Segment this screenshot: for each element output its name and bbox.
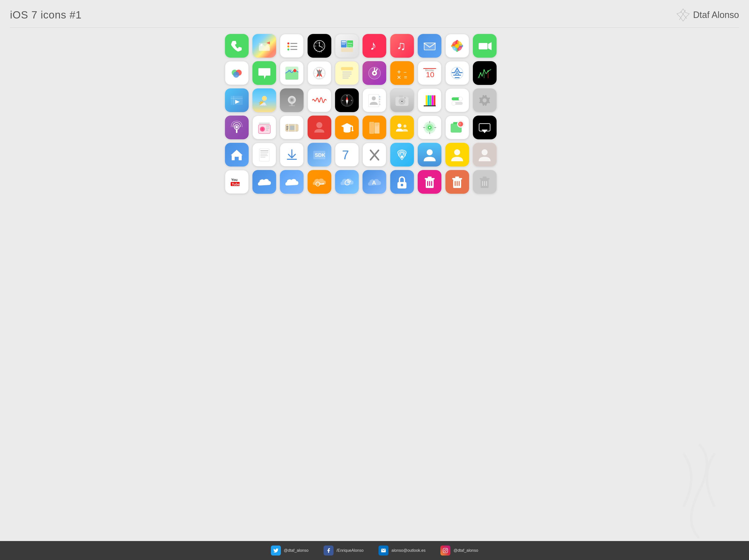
svg-point-227 [445,550,446,551]
svg-rect-145 [266,128,270,129]
icon-reminders[interactable] [280,34,304,58]
icon-newsstand[interactable]: Dews TRAVEL ART SPORTS [335,34,359,58]
icon-notes[interactable] [335,61,359,85]
icon-airdrop[interactable] [390,143,414,167]
svg-rect-88 [484,73,485,78]
svg-rect-225 [486,181,487,186]
icon-user-yellow[interactable] [445,143,469,167]
icon-podcast[interactable] [225,115,249,139]
icon-calendar[interactable]: Monday 10 [418,61,442,85]
icon-siri[interactable] [280,88,304,112]
outlook-email: alonso@outlook.es [391,548,425,553]
icon-radio[interactable] [252,115,276,139]
icon-trash-orange[interactable] [445,170,469,194]
icon-stocks[interactable] [473,61,497,85]
svg-point-132 [458,97,463,101]
svg-point-197 [454,149,460,155]
icon-itunes[interactable] [363,61,386,85]
outlook-icon [379,545,388,556]
svg-rect-112 [368,94,379,107]
svg-point-7 [287,45,290,47]
footer-facebook: /EnriqueAlonso [324,545,364,556]
icon-folder[interactable]: ! [445,115,469,139]
icon-home[interactable] [225,143,249,167]
icon-user-blue[interactable] [418,143,442,167]
twitter-handle: @dtaf_alonso [284,548,308,553]
icon-icloud-key[interactable] [307,170,331,194]
icon-airplay[interactable] [473,115,497,139]
twitter-icon [271,545,281,556]
svg-text:10: 10 [426,70,434,79]
icon-ibooks[interactable] [363,115,386,139]
icon-trash-gray[interactable] [473,170,497,194]
icon-photos[interactable] [445,34,469,58]
icon-osx[interactable] [363,143,386,167]
icon-weather[interactable]: ⛅ [252,88,276,112]
svg-line-1 [679,10,686,20]
svg-rect-87 [479,74,480,78]
icon-graduation[interactable] [335,115,359,139]
icon-icloud-blue2[interactable] [280,170,304,194]
svg-rect-66 [343,78,348,79]
icon-keychain[interactable] [390,170,414,194]
icon-music1[interactable]: ♪ [363,34,386,58]
svg-point-138 [236,126,238,128]
svg-point-143 [261,128,264,130]
svg-point-170 [429,127,430,128]
svg-line-22 [319,46,322,47]
icon-compass[interactable]: N S W E [335,88,359,112]
svg-rect-98 [291,104,293,105]
svg-rect-186 [260,154,268,154]
icon-videos[interactable] [225,88,249,112]
icon-settings[interactable] [473,88,497,112]
icon-clock[interactable]: 11 12 1 10 2 9 3 8 4 7 6 5 [307,34,331,58]
icon-facetime-red[interactable] [307,115,331,139]
icon-settings-toggle[interactable] [445,88,469,112]
header-divider [10,27,739,28]
svg-rect-70 [374,68,375,71]
icon-contacts[interactable]: A B C D [363,88,386,112]
svg-rect-212 [429,181,430,186]
icon-facetime[interactable] [473,34,497,58]
icon-camera[interactable] [390,88,414,112]
icon-calculator[interactable]: + − × = [390,61,414,85]
icon-color-bars[interactable] [418,88,442,112]
svg-rect-99 [289,105,295,106]
svg-rect-147 [259,123,270,124]
svg-point-45 [455,44,459,48]
icon-icloud-restore[interactable] [335,170,359,194]
footer: @dtaf_alonso /EnriqueAlonso alonso@outlo… [0,541,749,560]
svg-text:C: C [379,101,381,103]
icon-voice-memos[interactable] [307,88,331,112]
icon-trash-pink[interactable] [418,170,442,194]
icon-ticket[interactable] [280,115,304,139]
icon-ios7[interactable]: 7 [335,143,359,167]
icon-pages[interactable] [252,143,276,167]
svg-point-165 [398,124,402,128]
icon-safari[interactable] [307,61,331,85]
main-content: iOS 7 icons #1 Dtaf Alonso [0,0,749,541]
icon-icloud-appstore[interactable]: A [363,170,386,194]
icon-messages[interactable] [252,61,276,85]
icon-music2[interactable]: ♫ [390,34,414,58]
icon-photos-video[interactable] [252,34,276,58]
footer-twitter: @dtaf_alonso [271,545,308,556]
icon-icloud-blue1[interactable] [252,170,276,194]
icon-youtube[interactable]: You Tube [225,170,249,194]
icon-mail[interactable] [418,34,442,58]
svg-rect-10 [291,49,297,50]
icon-download[interactable] [280,143,304,167]
icon-maps[interactable]: 280 [280,61,304,85]
icon-game-center[interactable] [225,61,249,85]
svg-rect-149 [288,124,289,132]
icon-family[interactable] [390,115,414,139]
icon-find-my-phone[interactable] [418,115,442,139]
svg-rect-127 [430,95,431,105]
svg-rect-216 [455,176,459,178]
svg-point-158 [351,130,354,131]
icon-appstore[interactable]: A [445,61,469,85]
icon-user-tan[interactable] [473,143,497,167]
icon-xcode[interactable]: SDK [307,143,331,167]
svg-point-5 [287,42,290,44]
icon-phone[interactable] [225,34,249,58]
